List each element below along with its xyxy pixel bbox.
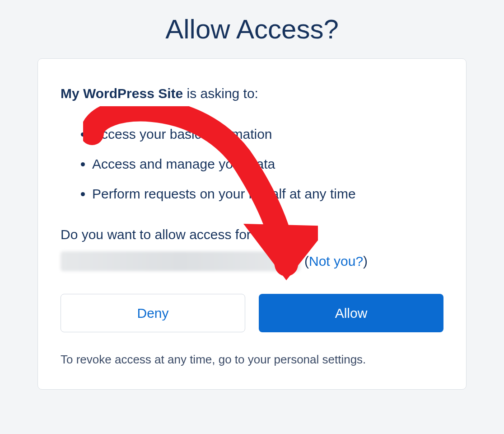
allow-button[interactable]: Allow bbox=[259, 294, 443, 332]
user-identity-row: (Not you?) bbox=[61, 251, 443, 271]
user-email-redacted bbox=[61, 251, 300, 271]
permissions-list: Access your basic information Access and… bbox=[61, 119, 443, 209]
deny-button[interactable]: Deny bbox=[61, 294, 245, 332]
paren-close: ) bbox=[363, 254, 368, 269]
page-title: Allow Access? bbox=[165, 14, 339, 45]
asking-suffix: is asking to: bbox=[183, 86, 258, 101]
consent-card: My WordPress Site is asking to: Access y… bbox=[37, 58, 467, 390]
asking-line: My WordPress Site is asking to: bbox=[61, 86, 443, 101]
app-name: My WordPress Site bbox=[61, 86, 183, 101]
permission-item: Perform requests on your behalf at any t… bbox=[92, 179, 443, 209]
button-row: Deny Allow bbox=[61, 294, 443, 332]
not-you-wrap: (Not you?) bbox=[304, 254, 368, 269]
allow-access-prompt: Do you want to allow access for bbox=[61, 227, 443, 242]
not-you-link[interactable]: Not you? bbox=[309, 254, 363, 269]
revoke-note: To revoke access at any time, go to your… bbox=[61, 353, 443, 367]
permission-item: Access and manage your data bbox=[92, 149, 443, 179]
paren-open: ( bbox=[304, 254, 309, 269]
permission-item: Access your basic information bbox=[92, 119, 443, 149]
